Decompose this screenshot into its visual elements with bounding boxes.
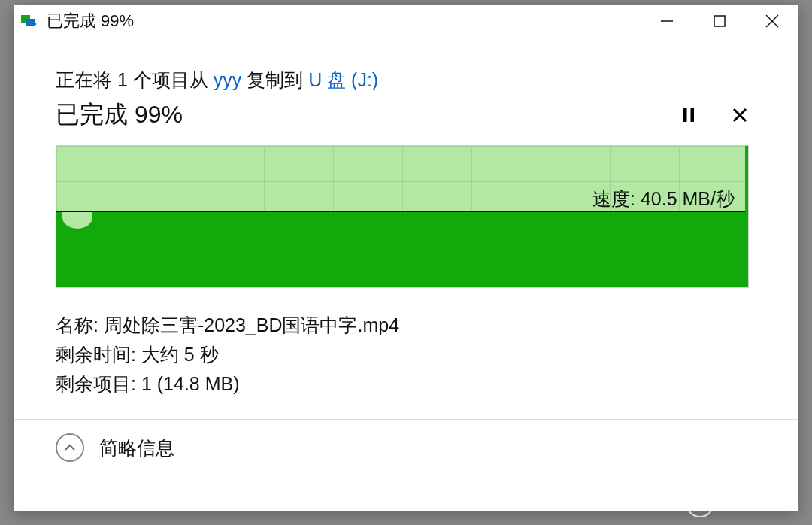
desc-middle: 复制到 [241, 69, 308, 90]
name-value: 周处除三害-2023_BD国语中字.mp4 [104, 314, 399, 335]
items-remaining-value: 1 (14.8 MB) [141, 373, 240, 394]
time-remaining-value: 大约 5 秒 [141, 344, 219, 365]
titlebar[interactable]: 已完成 99% [14, 5, 798, 38]
svg-rect-4 [683, 108, 687, 122]
name-label: 名称: [56, 314, 104, 335]
pause-button[interactable] [672, 99, 705, 132]
items-remaining-label: 剩余项目: [56, 373, 141, 394]
time-remaining-label: 剩余时间: [56, 344, 141, 365]
dest-drive-link[interactable]: U 盘 (J:) [308, 69, 378, 90]
speed-chart: 速度: 40.5 MB/秒 [56, 145, 749, 288]
chevron-up-icon [64, 442, 76, 454]
copy-transfer-icon [21, 15, 39, 29]
window-title: 已完成 99% [47, 10, 134, 32]
source-folder-link[interactable]: yyy [214, 69, 242, 90]
details-toggle-label[interactable]: 简略信息 [99, 435, 174, 460]
copy-description: 正在将 1 个项目从 yyy 复制到 U 盘 (J:) [56, 68, 756, 93]
svg-rect-1 [714, 16, 725, 26]
file-copy-dialog: 已完成 99% 正在将 1 个项目从 yyy 复制到 U 盘 (J:) 已完成 … [14, 5, 798, 511]
minimize-button[interactable] [641, 5, 693, 38]
close-button[interactable] [746, 5, 798, 38]
progress-status: 已完成 99% [56, 99, 183, 132]
cancel-button[interactable] [723, 99, 756, 132]
maximize-button[interactable] [693, 5, 746, 38]
speed-label: 速度: 40.5 MB/秒 [592, 187, 735, 211]
chart-fill [56, 211, 745, 287]
desc-prefix: 正在将 1 个项目从 [56, 69, 214, 90]
details-block: 名称: 周处除三害-2023_BD国语中字.mp4 剩余时间: 大约 5 秒 剩… [56, 311, 756, 398]
details-toggle-row: 简略信息 [14, 419, 798, 475]
svg-rect-5 [691, 108, 695, 122]
collapse-details-button[interactable] [56, 433, 84, 462]
chart-progress-edge [745, 146, 748, 287]
